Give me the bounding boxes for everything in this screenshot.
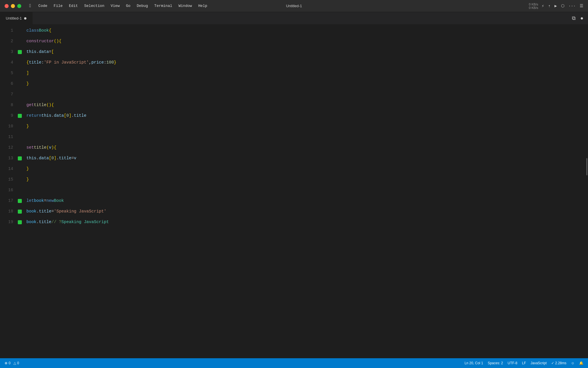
warning-icon: △ bbox=[13, 361, 16, 365]
code-line[interactable]: let book = new Book bbox=[26, 195, 584, 206]
scrollbar-thumb[interactable] bbox=[586, 158, 587, 175]
gutter-row bbox=[17, 47, 24, 57]
line-number: 7 bbox=[0, 89, 17, 100]
line-number: 19 bbox=[0, 217, 17, 227]
code-line[interactable] bbox=[26, 89, 584, 100]
code-line[interactable]: this.data = [ bbox=[26, 47, 584, 57]
gutter-row bbox=[17, 142, 24, 153]
download-speed: 0 KB/s bbox=[529, 6, 538, 9]
code-line[interactable]: { title: 'FP in JavaScript', price: 100 … bbox=[26, 57, 584, 68]
tab-bar: Untitled-1 ⧉ ● bbox=[0, 12, 588, 25]
code-line[interactable]: set title(v) { bbox=[26, 142, 584, 153]
smiley-icon[interactable]: ☺ bbox=[571, 361, 575, 365]
breakpoint-indicator[interactable] bbox=[18, 220, 22, 224]
menu-terminal[interactable]: Terminal bbox=[151, 3, 175, 9]
gutter-row bbox=[17, 36, 24, 47]
menu-selection[interactable]: Selection bbox=[81, 3, 107, 9]
code-line[interactable]: return this.data[0].title bbox=[26, 110, 584, 121]
code-line[interactable] bbox=[26, 185, 584, 195]
line-number: 16 bbox=[0, 185, 17, 195]
status-right: Ln 20, Col 1 Spaces: 2 UTF-8 LF JavaScri… bbox=[465, 361, 583, 365]
gutter-row bbox=[17, 132, 24, 142]
breakpoint-indicator[interactable] bbox=[18, 210, 22, 214]
warning-count: 0 bbox=[17, 361, 19, 365]
bell-icon[interactable]: 🔔 bbox=[579, 361, 583, 365]
gutter-row bbox=[17, 195, 24, 206]
gutter-row bbox=[17, 174, 24, 185]
network-speed: 0 KB/s 0 KB/s bbox=[529, 3, 538, 9]
gutter-row bbox=[17, 185, 24, 195]
gutter-row bbox=[17, 25, 24, 36]
line-number: 8 bbox=[0, 100, 17, 110]
encoding[interactable]: UTF-8 bbox=[508, 361, 517, 365]
language-mode[interactable]: JavaScript bbox=[531, 361, 547, 365]
error-count: 0 bbox=[9, 361, 11, 365]
scrollbar[interactable] bbox=[584, 25, 588, 358]
code-line[interactable] bbox=[26, 132, 584, 142]
menu-view[interactable]: View bbox=[108, 3, 122, 9]
menu-debug[interactable]: Debug bbox=[134, 3, 151, 9]
line-number: 9 bbox=[0, 110, 17, 121]
more-icon: ··· bbox=[568, 4, 576, 8]
gutter-row bbox=[17, 206, 24, 217]
code-line[interactable]: } bbox=[26, 164, 584, 174]
close-button[interactable] bbox=[5, 4, 9, 8]
code-area[interactable]: class Book { constructor() { this.data =… bbox=[24, 25, 584, 358]
gutter-row bbox=[17, 217, 24, 227]
upload-speed: 0 KB/s bbox=[529, 3, 538, 6]
line-number: 1 bbox=[0, 25, 17, 36]
code-line[interactable]: } bbox=[26, 174, 584, 185]
cursor-position[interactable]: Ln 20, Col 1 bbox=[465, 361, 483, 365]
menu-help[interactable]: Help bbox=[196, 3, 210, 9]
menu-code[interactable]: Code bbox=[36, 3, 50, 9]
menu-file[interactable]: File bbox=[51, 3, 65, 9]
circle-icon: ● bbox=[580, 16, 583, 21]
tab-untitled[interactable]: Untitled-1 bbox=[0, 12, 32, 25]
apple-menu[interactable]:  bbox=[26, 2, 35, 10]
code-line[interactable]: class Book { bbox=[26, 25, 584, 36]
gutter-row bbox=[17, 57, 24, 68]
line-number: 4 bbox=[0, 57, 17, 68]
notification-icon: ▶ bbox=[554, 3, 557, 8]
code-line[interactable]: book.title // ? Speaking JavaScript bbox=[26, 217, 584, 227]
line-number: 18 bbox=[0, 206, 17, 217]
code-line[interactable]: book.title = 'Speaking JavaScript' bbox=[26, 206, 584, 217]
line-number: 17 bbox=[0, 195, 17, 206]
status-bar: ⊗ 0 △ 0 Ln 20, Col 1 Spaces: 2 UTF-8 LF … bbox=[0, 358, 588, 368]
code-line[interactable]: ] bbox=[26, 68, 584, 78]
line-number: 14 bbox=[0, 164, 17, 174]
line-number: 13 bbox=[0, 153, 17, 164]
status-errors[interactable]: ⊗ 0 △ 0 bbox=[5, 361, 19, 365]
indentation[interactable]: Spaces: 2 bbox=[488, 361, 503, 365]
code-line[interactable]: } bbox=[26, 121, 584, 132]
menu-window[interactable]: Window bbox=[176, 3, 195, 9]
titlebar-icons: ⚡ ⇡ ▶ ⬡ ··· ☰ bbox=[541, 3, 583, 8]
titlebar-right: 0 KB/s 0 KB/s ⚡ ⇡ ▶ ⬡ ··· ☰ bbox=[529, 3, 583, 9]
editor-container: 12345678910111213141516171819 class Book… bbox=[0, 25, 588, 358]
gutter-row bbox=[17, 164, 24, 174]
titlebar:  Code File Edit Selection View Go Debug… bbox=[0, 0, 588, 12]
gutter bbox=[17, 25, 24, 358]
line-number: 10 bbox=[0, 121, 17, 132]
breakpoint-indicator[interactable] bbox=[18, 156, 22, 160]
traffic-lights bbox=[5, 4, 21, 8]
code-line[interactable]: this.data[0].title = v bbox=[26, 153, 584, 164]
breakpoint-indicator[interactable] bbox=[18, 114, 22, 118]
code-line[interactable]: constructor() { bbox=[26, 36, 584, 47]
finder-icon: ⬡ bbox=[561, 3, 564, 8]
gutter-row bbox=[17, 121, 24, 132]
battery-icon: ⚡ bbox=[541, 3, 544, 8]
breakpoint-indicator[interactable] bbox=[18, 50, 22, 54]
line-number: 5 bbox=[0, 68, 17, 78]
line-ending[interactable]: LF bbox=[522, 361, 526, 365]
maximize-button[interactable] bbox=[17, 4, 21, 8]
code-line[interactable]: get title() { bbox=[26, 100, 584, 110]
split-editor-icon[interactable]: ⧉ bbox=[572, 16, 576, 21]
menu-go[interactable]: Go bbox=[123, 3, 134, 9]
breakpoint-indicator[interactable] bbox=[18, 199, 22, 203]
code-line[interactable]: } bbox=[26, 78, 584, 89]
minimize-button[interactable] bbox=[11, 4, 15, 8]
menu-edit[interactable]: Edit bbox=[66, 3, 81, 9]
line-number: 11 bbox=[0, 132, 17, 142]
gutter-row bbox=[17, 78, 24, 89]
